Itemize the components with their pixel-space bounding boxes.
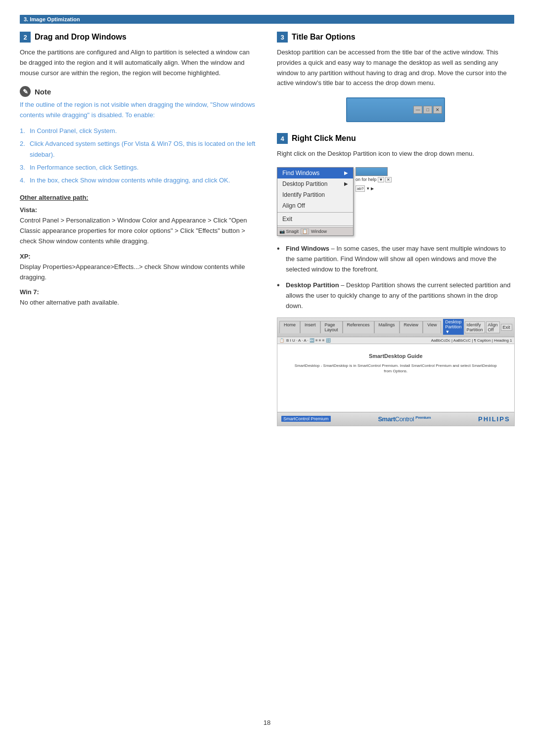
cm-help-row: on for help ▼ ✕ xyxy=(356,177,392,182)
bullet-item-desktop-partition: Desktop Partition – Desktop Partition sh… xyxy=(277,280,515,311)
section4-num: 4 xyxy=(277,133,288,144)
titlebar-image: — □ ✕ xyxy=(277,97,515,122)
cm-help-btn: ▼ xyxy=(378,177,385,182)
cm-label-identify-partition: Identify Partition xyxy=(282,191,325,198)
section4-title: Right Click Menu xyxy=(292,134,356,143)
bs-identify-btn: Identify Partition xyxy=(465,321,485,333)
page: 3. Image Optimization 2 Drag and Drop Wi… xyxy=(0,0,534,756)
section2-body: Once the partitions are configured and A… xyxy=(20,47,257,78)
bs-logo: SmartControl Premium xyxy=(378,415,431,423)
bs-tabs: Home Insert Page Layout References Maili… xyxy=(279,321,441,333)
note-step-3: In Performance section, click Settings. xyxy=(20,162,257,173)
snagit-icon: 📋 xyxy=(301,228,309,234)
bs-toolbar2: 📋 B I U · A · A · 🔤 ≡ ≡ ≡ 🔢 AaBbCcDc | A… xyxy=(277,337,514,344)
section3-heading: 3 Title Bar Options xyxy=(277,32,515,43)
bs-tab-home: Home xyxy=(279,321,300,333)
cm-side-panel: on for help ▼ ✕ ab? ▼ ▶ xyxy=(356,167,392,192)
cm-item-desktop-partition: Desktop Partition ▶ xyxy=(277,178,353,189)
section2-num: 2 xyxy=(20,32,31,43)
bs-tab-insert: Insert xyxy=(300,321,320,333)
right-column: 3 Title Bar Options Desktop partition ca… xyxy=(277,32,515,704)
bs-align-btn: Align Off xyxy=(486,321,500,333)
cm-item-identify-partition: Identify Partition xyxy=(277,189,353,200)
bullet-bold-desktop-partition: Desktop Partition xyxy=(286,281,339,289)
section3-body: Desktop partition can be accessed from t… xyxy=(277,47,515,89)
win7-text: No other alternative path available. xyxy=(20,298,257,308)
bs-font-labels: AaBbCcDc | AaBbCcC | ¶ Caption | Heading… xyxy=(431,338,512,343)
cm-taskbar-row: 📷 Snagit 📋 Window xyxy=(277,227,353,235)
section4-body: Right click on the Desktop Partition ico… xyxy=(277,149,515,159)
vista-text: Control Panel > Personalization > Window… xyxy=(20,216,257,246)
win7-heading: Win 7: xyxy=(20,288,257,296)
note-step-1: In Control Panel, click System. xyxy=(20,126,257,136)
cm-arrow-desktop-partition: ▶ xyxy=(344,181,348,186)
cm-label-find-windows: Find Windows xyxy=(282,170,319,177)
bs-formatting-icons: B I U · A · A · 🔤 ≡ ≡ ≡ 🔢 xyxy=(286,338,331,343)
note-step-4: In the box, check Show window contents w… xyxy=(20,175,257,186)
cm-separator xyxy=(277,212,353,213)
cm-bottom-row: ab? ▼ ▶ xyxy=(356,185,392,192)
bullet-bold-find-windows: Find Windows xyxy=(286,245,329,252)
bs-bottom-bar: SmartControl Premium SmartControl Premiu… xyxy=(277,412,514,426)
bs-toolbar: Home Insert Page Layout References Maili… xyxy=(277,318,514,337)
bs-philips-logo: PHILIPS xyxy=(478,415,510,423)
minimize-btn: — xyxy=(413,106,422,114)
section4-heading: 4 Right Click Menu xyxy=(277,133,515,144)
bs-logo-control: Control xyxy=(395,415,414,423)
cm-item-exit: Exit xyxy=(277,214,353,224)
cm-label-desktop-partition: Desktop Partition xyxy=(282,180,327,187)
bs-tab-references: References xyxy=(343,321,374,333)
cm-label-align-off: Align Off xyxy=(282,202,305,209)
bs-doc-desc: SmartDesktop - SmartDesktop is in SmartC… xyxy=(291,363,500,374)
note-step-2: Click Advanced system settings (For Vist… xyxy=(20,138,257,160)
note-header: ✎ Note xyxy=(20,86,257,97)
cm-item-find-windows: Find Windows ▶ xyxy=(277,168,353,178)
snagit-label: 📷 Snagit xyxy=(279,229,299,234)
alt-path-heading: Other alternative path: xyxy=(20,194,257,201)
cm-separator2 xyxy=(277,225,353,226)
bs-window-controls: Desktop Partition ▼ Identify Partition A… xyxy=(443,319,512,336)
section3-num: 3 xyxy=(277,32,288,43)
vista-heading: Vista: xyxy=(20,206,257,214)
context-menu: Find Windows ▶ Desktop Partition ▶ Ident… xyxy=(277,167,354,236)
cm-item-align-off: Align Off xyxy=(277,200,353,211)
bs-doc-title: SmartDesktop Guide xyxy=(281,353,510,359)
bs-tab-mailings: Mailings xyxy=(374,321,400,333)
section-badge: 3. Image Optimization xyxy=(20,15,514,24)
xp-text: Display Properties>Appearance>Effects...… xyxy=(20,262,257,283)
cm-arrow-down: ▼ xyxy=(366,186,370,191)
section2-title: Drag and Drop Windows xyxy=(35,33,127,42)
close-btn: ✕ xyxy=(433,106,442,114)
cm-close-btn: ✕ xyxy=(385,177,392,182)
note-box: ✎ Note If the outline of the region is n… xyxy=(20,86,257,186)
bs-tab-page-layout: Page Layout xyxy=(320,321,343,333)
titlebar-mockup: — □ ✕ xyxy=(346,97,445,122)
left-column: 2 Drag and Drop Windows Once the partiti… xyxy=(20,32,257,704)
cm-ab-btn: ab? xyxy=(356,185,365,192)
page-number: 18 xyxy=(20,719,514,726)
note-icon: ✎ xyxy=(20,86,31,97)
maximize-btn: □ xyxy=(423,106,432,114)
bullet-item-find-windows: Find Windows – In some cases, the user m… xyxy=(277,244,515,274)
bs-exit-btn: Exit xyxy=(501,324,512,331)
note-list: In Control Panel, click System. Click Ad… xyxy=(20,126,257,186)
bs-app-label: SmartControl Premium xyxy=(281,416,331,422)
bs-desc-text: SmartDesktop - SmartDesktop is in SmartC… xyxy=(295,363,497,373)
bs-logo-premium: Premium xyxy=(415,415,431,420)
note-title: Note xyxy=(35,88,51,96)
cm-arrow-find-windows: ▶ xyxy=(344,170,348,176)
bs-desktop-partition-label: Desktop Partition ▼ xyxy=(443,319,463,335)
note-text: If the outline of the region is not visi… xyxy=(20,100,257,121)
xp-heading: XP: xyxy=(20,253,257,260)
cm-help-text: on for help xyxy=(356,177,377,182)
bs-app-badge: SmartControl Premium xyxy=(281,416,331,422)
bs-tab-review: Review xyxy=(400,321,423,333)
cm-label-exit: Exit xyxy=(282,216,292,222)
rightclick-menu-container: Find Windows ▶ Desktop Partition ▶ Ident… xyxy=(277,167,515,236)
bs-paste-icon: 📋 xyxy=(279,338,284,343)
cm-right-arrow: ▶ xyxy=(371,186,374,191)
bullet-list: Find Windows – In some cases, the user m… xyxy=(277,244,515,311)
section3-title: Title Bar Options xyxy=(292,33,356,42)
bottom-screenshot: Home Insert Page Layout References Maili… xyxy=(277,317,515,426)
cm-side-bar1 xyxy=(356,167,388,176)
